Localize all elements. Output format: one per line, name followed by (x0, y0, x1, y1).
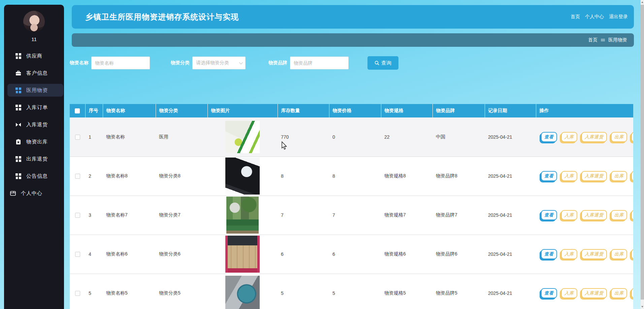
grid-icon (15, 88, 21, 93)
col-image: 物资图片 (207, 104, 278, 117)
scroll-down-icon[interactable] (641, 306, 643, 308)
col-name: 物资名称 (103, 104, 156, 117)
product-image (225, 236, 260, 273)
col-actions: 操作 (536, 104, 633, 117)
col-date: 记录日期 (485, 104, 536, 117)
sidebar-item-inbound-orders[interactable]: 入库订单 (7, 101, 63, 114)
row-checkbox[interactable] (75, 252, 80, 257)
outbound-button[interactable]: 出库 (611, 210, 627, 220)
top-nav: 首页 个人中心 退出登录 (571, 14, 634, 20)
inbound-return-button[interactable]: 入库退货 (581, 249, 607, 259)
search-button[interactable]: 查询 (367, 56, 398, 70)
page-title: 乡镇卫生所医用物资进销存系统设计与实现 (72, 12, 239, 22)
col-price: 物资价格 (329, 104, 381, 117)
product-image (225, 276, 260, 309)
sidebar-item-suppliers[interactable]: 供应商 (7, 49, 63, 62)
col-spec: 物资规格 (381, 104, 432, 117)
search-icon (375, 61, 379, 65)
inbound-return-button[interactable]: 入库退货 (581, 132, 607, 142)
breadcrumb-current: 医用物资 (608, 37, 627, 43)
breadcrumb: 首页 医用物资 (72, 33, 634, 47)
grid-icon (15, 105, 21, 110)
category-select[interactable]: 请选择物资分类 (192, 57, 246, 69)
top-header: 乡镇卫生所医用物资进销存系统设计与实现 首页 个人中心 退出登录 (72, 5, 634, 29)
brand-label: 物资品牌 (268, 60, 287, 66)
grid-icon (15, 53, 21, 59)
avatar (23, 11, 45, 32)
row-checkbox[interactable] (75, 135, 80, 140)
sidebar-item-customers[interactable]: 客户信息 (7, 67, 63, 79)
mouse-cursor (282, 141, 288, 150)
row-checkbox[interactable] (75, 174, 80, 179)
view-button[interactable]: 查看 (541, 249, 557, 259)
table-row: 3 物资名称7 物资分类7 7 7 物资规格7 物资品牌7 2025-04-21… (70, 196, 633, 235)
app-root: 11 供应商 客户信息 医用物资 入库订单 入库退货 (0, 0, 644, 309)
sidebar-item-medical-supplies[interactable]: 医用物资 (7, 84, 63, 97)
inbound-button[interactable]: 入库 (561, 132, 577, 142)
grid-icon (15, 156, 21, 162)
nav-home-link[interactable]: 首页 (571, 14, 580, 20)
breadcrumb-home[interactable]: 首页 (588, 37, 598, 43)
sidebar-menu: 供应商 客户信息 医用物资 入库订单 入库退货 物资出库 (4, 49, 64, 200)
product-image (226, 197, 259, 234)
clipboard-icon (15, 139, 21, 145)
scroll-up-icon[interactable] (641, 1, 643, 3)
sidebar-item-announcements[interactable]: 公告信息 (7, 170, 63, 182)
view-button[interactable]: 查看 (541, 210, 557, 220)
category-label: 物资分类 (171, 60, 190, 66)
chevron-down-icon (239, 61, 243, 64)
search-bar: 物资名称 物资分类 请选择物资分类 物资品牌 查询 (70, 56, 636, 70)
username: 11 (4, 36, 64, 42)
grid-icon (15, 173, 21, 179)
inbound-button[interactable]: 入库 (561, 288, 577, 298)
outbound-return-button[interactable]: 出库退货 (631, 249, 633, 259)
product-image (225, 121, 260, 153)
table-row: 5 物资名称5 物资分类5 5 5 物资规格5 物资品牌5 2025-04-21… (70, 274, 633, 309)
scrollbar-thumb[interactable] (641, 5, 644, 300)
outbound-return-button[interactable]: 出库退货 (631, 210, 633, 220)
select-all-checkbox[interactable] (75, 108, 80, 113)
outbound-return-button[interactable]: 出库退货 (631, 171, 633, 181)
inbound-button[interactable]: 入库 (561, 249, 577, 259)
col-category: 物资分类 (156, 104, 207, 117)
sidebar: 11 供应商 客户信息 医用物资 入库订单 入库退货 (4, 5, 64, 309)
col-no: 序号 (85, 104, 103, 117)
inbound-button[interactable]: 入库 (561, 210, 577, 220)
sidebar-item-personal-center[interactable]: 个人中心 (7, 187, 63, 200)
hamburger-separator-icon (601, 39, 605, 42)
view-button[interactable]: 查看 (541, 132, 557, 142)
brand-input[interactable] (290, 57, 349, 69)
row-checkbox[interactable] (75, 291, 80, 296)
vertical-scrollbar[interactable] (641, 0, 644, 309)
sidebar-item-outbound[interactable]: 物资出库 (7, 135, 63, 148)
product-image (225, 158, 260, 195)
col-stock: 库存数量 (278, 104, 329, 117)
sidebar-item-inbound-returns[interactable]: 入库退货 (7, 118, 63, 131)
table-header-row: 序号 物资名称 物资分类 物资图片 库存数量 物资价格 物资规格 物资品牌 记录… (70, 104, 633, 117)
table-row: 1 物资名称 医用 770 0 22 中国 2025-04-21 查看入库入库退… (70, 117, 633, 157)
inbound-button[interactable]: 入库 (561, 171, 577, 181)
briefcase-icon (15, 70, 21, 76)
view-button[interactable]: 查看 (541, 171, 557, 181)
inbound-return-button[interactable]: 入库退货 (581, 288, 607, 298)
nav-logout-link[interactable]: 退出登录 (609, 14, 628, 20)
nav-personal-center-link[interactable]: 个人中心 (585, 14, 604, 20)
name-input[interactable] (91, 57, 150, 69)
inbound-return-button[interactable]: 入库退货 (581, 171, 607, 181)
supplies-table: 序号 物资名称 物资分类 物资图片 库存数量 物资价格 物资规格 物资品牌 记录… (70, 104, 633, 309)
view-button[interactable]: 查看 (541, 288, 557, 298)
sidebar-item-outbound-returns[interactable]: 出库退货 (7, 152, 63, 165)
bowtie-icon (15, 122, 21, 128)
outbound-button[interactable]: 出库 (611, 249, 627, 259)
col-brand: 物资品牌 (432, 104, 485, 117)
outbound-button[interactable]: 出库 (611, 132, 627, 142)
outbound-return-button[interactable]: 出库退货 (631, 288, 633, 298)
outbound-return-button[interactable]: 出库退货 (631, 132, 633, 142)
window-icon (10, 191, 16, 196)
outbound-button[interactable]: 出库 (611, 171, 627, 181)
inbound-return-button[interactable]: 入库退货 (581, 210, 607, 220)
name-label: 物资名称 (70, 60, 89, 66)
row-checkbox[interactable] (75, 213, 80, 218)
outbound-button[interactable]: 出库 (611, 288, 627, 298)
table-row: 2 物资名称8 物资分类8 8 8 物资规格8 物资品牌8 2025-04-21… (70, 157, 633, 196)
